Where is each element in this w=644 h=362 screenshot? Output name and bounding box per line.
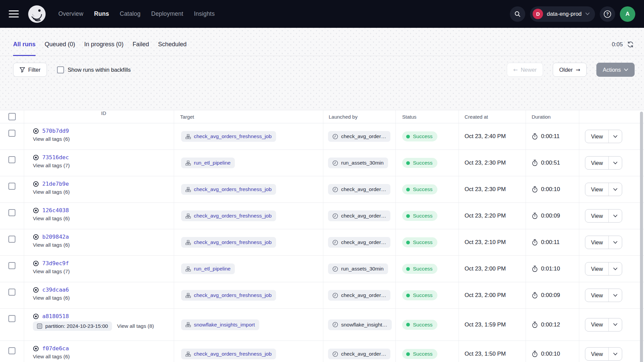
row-checkbox[interactable]: [8, 156, 15, 163]
row-checkbox[interactable]: [8, 236, 15, 243]
col-header-created-at: Created at: [459, 110, 526, 123]
row-checkbox[interactable]: [8, 130, 15, 137]
nav-item-runs[interactable]: Runs: [94, 10, 109, 17]
dagster-logo[interactable]: [28, 5, 46, 23]
launched-by-chip[interactable]: check_avg_order…: [328, 131, 390, 142]
run-status-icon: [33, 234, 39, 240]
view-dropdown-button[interactable]: [608, 262, 622, 275]
refresh-button[interactable]: [627, 41, 634, 48]
launched-by-chip[interactable]: run_assets_30min: [328, 263, 388, 274]
row-checkbox[interactable]: [8, 262, 15, 269]
target-chip[interactable]: check_avg_orders_freshness_job: [181, 131, 276, 142]
launched-by-chip[interactable]: run_assets_30min: [328, 158, 388, 168]
view-dropdown-button[interactable]: [608, 183, 622, 196]
launched-by-chip[interactable]: check_avg_order…: [328, 290, 390, 301]
nav-item-insights[interactable]: Insights: [194, 10, 215, 17]
older-button[interactable]: Older→: [553, 63, 587, 77]
filter-button[interactable]: Filter: [13, 63, 47, 77]
show-backfills-checkbox[interactable]: [57, 66, 64, 73]
view-all-tags-link[interactable]: View all tags (7): [33, 163, 70, 169]
select-all-checkbox[interactable]: [8, 113, 16, 120]
view-dropdown-button[interactable]: [608, 130, 622, 143]
view-button[interactable]: View: [585, 157, 608, 169]
target-chip[interactable]: run_etl_pipeline: [181, 158, 235, 168]
run-id-link[interactable]: f07de6ca: [42, 345, 69, 352]
launched-by-chip[interactable]: check_avg_order…: [328, 184, 390, 195]
view-all-tags-link[interactable]: View all tags (6): [33, 295, 70, 301]
help-button[interactable]: ?: [600, 6, 615, 22]
created-at-value: Oct 23, 2:20 PM: [465, 213, 506, 219]
run-id-link[interactable]: 73d9ec9f: [42, 260, 69, 266]
row-checkbox[interactable]: [8, 209, 15, 216]
launched-by-chip[interactable]: check_avg_order…: [328, 210, 390, 221]
deployment-switcher[interactable]: D data-eng-prod: [530, 6, 595, 22]
run-id-link[interactable]: 73516dec: [42, 154, 69, 161]
menu-icon[interactable]: [9, 9, 19, 19]
refresh-countdown: 0:05: [612, 41, 623, 48]
tab-all-runs[interactable]: All runs: [13, 28, 36, 56]
target-chip[interactable]: check_avg_orders_freshness_job: [181, 184, 276, 195]
view-button[interactable]: View: [585, 348, 608, 360]
launched-by-chip[interactable]: snowflake_insight…: [328, 319, 392, 330]
view-button[interactable]: View: [585, 289, 608, 302]
row-checkbox[interactable]: [8, 315, 15, 322]
nav-item-overview[interactable]: Overview: [58, 10, 84, 17]
row-checkbox[interactable]: [8, 347, 15, 354]
newer-button[interactable]: ←Newer: [507, 63, 543, 77]
view-dropdown-button[interactable]: [608, 157, 622, 169]
view-dropdown-button[interactable]: [608, 236, 622, 249]
target-chip[interactable]: check_avg_orders_freshness_job: [181, 237, 276, 248]
target-chip[interactable]: run_etl_pipeline: [181, 263, 235, 274]
run-status-icon: [33, 260, 39, 266]
run-id-link[interactable]: 21de7b9e: [42, 181, 69, 187]
view-dropdown-button[interactable]: [608, 348, 622, 360]
view-all-tags-link[interactable]: View all tags (7): [33, 268, 70, 275]
view-button[interactable]: View: [585, 130, 608, 143]
nav-item-catalog[interactable]: Catalog: [120, 10, 141, 17]
view-all-tags-link[interactable]: View all tags (6): [33, 354, 70, 360]
vertical-scrollbar[interactable]: [640, 112, 643, 362]
target-chip[interactable]: snowflake_insights_import: [181, 319, 259, 330]
view-button[interactable]: View: [585, 236, 608, 249]
target-chip[interactable]: check_avg_orders_freshness_job: [181, 349, 276, 359]
stopwatch-icon: [532, 265, 538, 272]
view-button[interactable]: View: [585, 183, 608, 196]
launched-by-chip[interactable]: check_avg_order…: [328, 349, 390, 359]
run-id-link[interactable]: b209842a: [42, 234, 69, 240]
view-button[interactable]: View: [585, 318, 608, 331]
target-chip[interactable]: check_avg_orders_freshness_job: [181, 290, 276, 301]
tab-queued[interactable]: Queued (0): [45, 28, 75, 56]
table-row: 21de7b9e View all tags (6): [0, 176, 644, 203]
view-all-tags-link[interactable]: View all tags (6): [33, 216, 70, 222]
view-dropdown-button[interactable]: [608, 209, 622, 222]
launched-by-chip[interactable]: check_avg_order…: [328, 237, 390, 248]
run-id-link[interactable]: 126c4038: [42, 207, 69, 214]
view-button[interactable]: View: [585, 209, 608, 222]
view-all-tags-link[interactable]: View all tags (6): [33, 189, 70, 195]
actions-button[interactable]: Actions: [596, 63, 635, 77]
tab-in-progress[interactable]: In progress (0): [84, 28, 123, 56]
view-all-tags-link[interactable]: View all tags (6): [33, 136, 70, 142]
search-button[interactable]: [510, 6, 525, 22]
row-checkbox[interactable]: [8, 289, 15, 296]
row-checkbox[interactable]: [8, 183, 15, 190]
duration-value: 0:00:09: [541, 292, 560, 299]
run-id-link[interactable]: c39dcaa6: [42, 287, 69, 293]
run-id-link[interactable]: 570b7dd9: [42, 128, 69, 134]
tab-scheduled[interactable]: Scheduled: [158, 28, 186, 56]
tab-failed[interactable]: Failed: [132, 28, 149, 56]
view-dropdown-button[interactable]: [608, 289, 622, 302]
run-id-link[interactable]: a8180518: [42, 313, 69, 319]
help-icon: ?: [603, 10, 611, 18]
view-all-tags-link[interactable]: View all tags (8): [117, 323, 154, 329]
target-chip[interactable]: check_avg_orders_freshness_job: [181, 210, 276, 221]
view-button[interactable]: View: [585, 262, 608, 275]
avatar[interactable]: A: [620, 6, 635, 22]
status-badge: Success: [402, 264, 437, 274]
nav-item-deployment[interactable]: Deployment: [151, 10, 183, 17]
view-dropdown-button[interactable]: [608, 318, 622, 331]
run-status-icon: [33, 155, 39, 161]
partition-tag[interactable]: partition: 2024-10-23-15:00: [33, 321, 112, 331]
view-all-tags-link[interactable]: View all tags (6): [33, 242, 70, 248]
created-at-value: Oct 23, 2:00 PM: [465, 292, 506, 299]
